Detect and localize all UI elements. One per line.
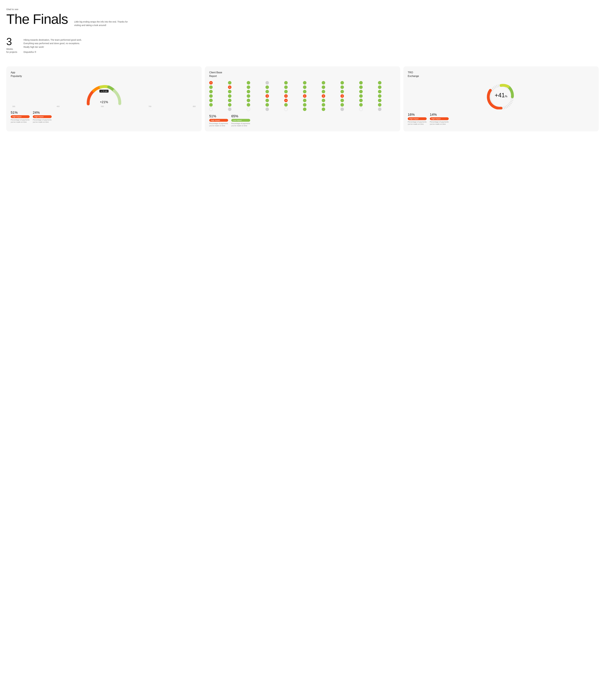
stat-label: Weeksfor projects (6, 48, 17, 54)
dot (303, 103, 307, 106)
dot (265, 107, 269, 111)
client-badge-low-1: Low impact (231, 119, 250, 122)
tro-exchange-card: TROExchange +41% 16% High impact Percent… (403, 66, 599, 131)
dot (378, 103, 382, 106)
metric-desc-1: Percentage of payments you've made on ti… (11, 119, 30, 123)
tro-badge-high-2: High impact (430, 117, 449, 120)
tro-metric-value-2: 14% (430, 112, 449, 117)
stats-section: 3 Weeksfor projects Hiking towards desti… (6, 36, 599, 54)
dot (228, 94, 232, 98)
tro-metric-1: 16% High impact Percentage of payments y… (408, 112, 427, 125)
client-metric-value-2: 65% (231, 114, 250, 118)
dot (265, 81, 269, 84)
dot (247, 103, 250, 106)
dot (284, 90, 288, 93)
dot (340, 107, 344, 111)
gauge-center-text: +21% (100, 97, 108, 105)
dot (378, 81, 382, 84)
metric-item-2: 24% High impact Percentage of payments y… (33, 110, 52, 123)
dot (303, 107, 307, 111)
donut-container: +41% (408, 81, 594, 109)
dot: ✕ (209, 81, 213, 84)
dot: ✕ (322, 94, 325, 98)
dot (340, 103, 344, 106)
glad-label: Glad to see (6, 8, 599, 10)
main-title: The Finals (6, 12, 68, 26)
client-base-card: Client BaseReport ✕✕✕✕✕✕✕✕ 51% High impa… (205, 66, 400, 131)
dot (378, 107, 382, 111)
dot (359, 81, 363, 84)
dot (303, 90, 307, 93)
dot (340, 85, 344, 89)
gauge-tooltip: 21 pts (99, 90, 109, 93)
dot (228, 103, 232, 106)
dot (247, 94, 250, 98)
dot (322, 81, 325, 84)
dot (378, 94, 382, 98)
dot (378, 90, 382, 93)
dot (265, 103, 269, 106)
dot (284, 103, 288, 106)
dot (359, 85, 363, 89)
dot (209, 90, 213, 93)
dot (247, 85, 250, 89)
dot (340, 90, 344, 93)
gauge-percent: +21% (100, 97, 108, 104)
dot (359, 107, 363, 111)
tro-exchange-title: TROExchange (408, 71, 594, 78)
app-popularity-title: AppPopularity (11, 71, 197, 78)
dot (209, 107, 213, 111)
tro-badge-high-1: High impact (408, 117, 427, 120)
author: Disputefox ® (24, 50, 83, 54)
dot (322, 103, 325, 106)
dot (247, 81, 250, 84)
dot (340, 99, 344, 102)
dot (228, 90, 232, 93)
client-metric-value-1: 51% (209, 114, 228, 118)
dot (209, 103, 213, 106)
dot (284, 85, 288, 89)
dot (340, 81, 344, 84)
dot (359, 90, 363, 93)
header-section: The Finals Little big ending wraps the i… (6, 12, 599, 27)
dot (303, 81, 307, 84)
metric-item-1: 51% High impact Percentage of payments y… (11, 110, 30, 123)
dot (303, 85, 307, 89)
donut-center-text: +41% (495, 92, 507, 99)
badge-high-impact-2: High impact (33, 115, 52, 118)
dot (284, 81, 288, 84)
dot (247, 90, 250, 93)
dot (247, 107, 250, 111)
dot (378, 85, 382, 89)
header-description: Little big ending wraps the info into th… (74, 20, 134, 27)
dot (322, 90, 325, 93)
client-base-metrics: 51% High impact Percentage of payments y… (209, 114, 396, 127)
app-popularity-metrics: 51% High impact Percentage of payments y… (11, 110, 197, 123)
dot (265, 85, 269, 89)
dot: ✕ (303, 94, 307, 98)
stat-description: Hiking towards destination, The team per… (24, 38, 83, 54)
dot (284, 107, 288, 111)
app-popularity-card: AppPopularity (6, 66, 202, 131)
client-base-title: Client BaseReport (209, 71, 396, 78)
dot (228, 81, 232, 84)
metric-desc-2: Percentage of payments you've made on ti… (33, 119, 52, 123)
dot: ✕ (284, 99, 288, 102)
dot (209, 94, 213, 98)
stat-left: 3 Weeksfor projects (6, 36, 17, 54)
dot (228, 99, 232, 102)
tro-metrics: 16% High impact Percentage of payments y… (408, 112, 594, 125)
dot (322, 107, 325, 111)
dot (322, 85, 325, 89)
stat-number: 3 (6, 36, 17, 47)
dot (359, 103, 363, 106)
client-metric-desc-1: Percentage of payments you've made on ti… (209, 122, 228, 127)
metric-value-1: 51% (11, 110, 30, 115)
dot (265, 90, 269, 93)
dot (265, 99, 269, 102)
metric-value-2: 24% (33, 110, 52, 115)
gauge-container: 21 pts +21% (11, 81, 197, 106)
tro-metric-desc-1: Percentage of payments you've made on ti… (408, 121, 427, 125)
dot (322, 99, 325, 102)
client-metric-desc-2: Percentage of payments you've made on ti… (231, 122, 250, 127)
